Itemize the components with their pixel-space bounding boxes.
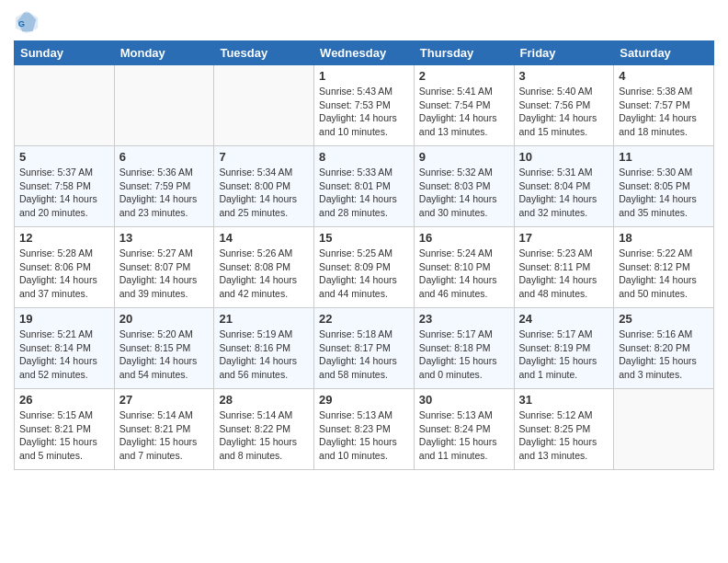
weekday-header-monday: Monday (114, 41, 214, 65)
day-info: Sunrise: 5:13 AM Sunset: 8:23 PM Dayligh… (319, 408, 409, 463)
day-info: Sunrise: 5:17 AM Sunset: 8:19 PM Dayligh… (519, 327, 609, 382)
day-number: 19 (19, 312, 109, 326)
day-number: 21 (219, 312, 309, 326)
calendar-cell: 22Sunrise: 5:18 AM Sunset: 8:17 PM Dayli… (314, 308, 415, 389)
weekday-header-saturday: Saturday (614, 41, 714, 65)
calendar-cell (614, 389, 714, 470)
day-info: Sunrise: 5:22 AM Sunset: 8:12 PM Dayligh… (619, 247, 709, 301)
day-info: Sunrise: 5:14 AM Sunset: 8:21 PM Dayligh… (119, 408, 210, 463)
day-number: 16 (419, 231, 509, 245)
calendar-week-row: 19Sunrise: 5:21 AM Sunset: 8:14 PM Dayli… (15, 308, 714, 389)
day-number: 22 (319, 312, 409, 326)
calendar-cell: 19Sunrise: 5:21 AM Sunset: 8:14 PM Dayli… (15, 308, 115, 389)
calendar-cell: 21Sunrise: 5:19 AM Sunset: 8:16 PM Dayli… (214, 308, 314, 389)
day-info: Sunrise: 5:26 AM Sunset: 8:08 PM Dayligh… (219, 247, 309, 301)
calendar-cell: 17Sunrise: 5:23 AM Sunset: 8:11 PM Dayli… (514, 227, 614, 308)
calendar-cell: 10Sunrise: 5:31 AM Sunset: 8:04 PM Dayli… (514, 146, 614, 227)
calendar-cell: 6Sunrise: 5:36 AM Sunset: 7:59 PM Daylig… (114, 146, 214, 227)
calendar-cell: 31Sunrise: 5:12 AM Sunset: 8:25 PM Dayli… (514, 389, 614, 470)
day-number: 29 (319, 393, 409, 407)
calendar-cell: 11Sunrise: 5:30 AM Sunset: 8:05 PM Dayli… (614, 146, 714, 227)
day-number: 25 (619, 312, 709, 326)
calendar-cell: 15Sunrise: 5:25 AM Sunset: 8:09 PM Dayli… (314, 227, 415, 308)
calendar-cell: 13Sunrise: 5:27 AM Sunset: 8:07 PM Dayli… (114, 227, 214, 308)
day-info: Sunrise: 5:32 AM Sunset: 8:03 PM Dayligh… (419, 166, 509, 220)
calendar-week-row: 26Sunrise: 5:15 AM Sunset: 8:21 PM Dayli… (15, 389, 714, 470)
day-info: Sunrise: 5:43 AM Sunset: 7:53 PM Dayligh… (319, 85, 409, 139)
day-info: Sunrise: 5:36 AM Sunset: 7:59 PM Dayligh… (119, 166, 210, 220)
calendar-cell: 14Sunrise: 5:26 AM Sunset: 8:08 PM Dayli… (214, 227, 314, 308)
day-info: Sunrise: 5:13 AM Sunset: 8:24 PM Dayligh… (419, 408, 509, 463)
calendar-cell: 3Sunrise: 5:40 AM Sunset: 7:56 PM Daylig… (514, 65, 614, 146)
day-info: Sunrise: 5:24 AM Sunset: 8:10 PM Dayligh… (419, 247, 509, 301)
day-info: Sunrise: 5:15 AM Sunset: 8:21 PM Dayligh… (19, 408, 109, 463)
day-info: Sunrise: 5:20 AM Sunset: 8:15 PM Dayligh… (119, 327, 210, 382)
calendar-cell: 20Sunrise: 5:20 AM Sunset: 8:15 PM Dayli… (114, 308, 214, 389)
day-number: 17 (519, 231, 609, 245)
day-number: 6 (119, 150, 210, 164)
day-info: Sunrise: 5:18 AM Sunset: 8:17 PM Dayligh… (319, 327, 409, 382)
calendar-cell: 2Sunrise: 5:41 AM Sunset: 7:54 PM Daylig… (414, 65, 514, 146)
day-number: 9 (419, 150, 509, 164)
day-number: 3 (519, 69, 609, 83)
day-number: 23 (419, 312, 509, 326)
calendar-cell (114, 65, 214, 146)
day-number: 2 (419, 69, 509, 83)
calendar-cell: 25Sunrise: 5:16 AM Sunset: 8:20 PM Dayli… (614, 308, 714, 389)
calendar-cell: 28Sunrise: 5:14 AM Sunset: 8:22 PM Dayli… (214, 389, 314, 470)
day-number: 31 (519, 393, 609, 407)
calendar-table: SundayMondayTuesdayWednesdayThursdayFrid… (14, 40, 714, 470)
day-number: 15 (319, 231, 409, 245)
logo: G (14, 9, 43, 35)
day-info: Sunrise: 5:17 AM Sunset: 8:18 PM Dayligh… (419, 327, 509, 382)
day-info: Sunrise: 5:41 AM Sunset: 7:54 PM Dayligh… (419, 85, 509, 139)
day-number: 10 (519, 150, 609, 164)
svg-text:G: G (18, 19, 25, 29)
day-info: Sunrise: 5:27 AM Sunset: 8:07 PM Dayligh… (119, 247, 210, 301)
day-number: 20 (119, 312, 210, 326)
day-info: Sunrise: 5:23 AM Sunset: 8:11 PM Dayligh… (519, 247, 609, 301)
weekday-header-sunday: Sunday (15, 41, 115, 65)
calendar-cell: 8Sunrise: 5:33 AM Sunset: 8:01 PM Daylig… (314, 146, 415, 227)
logo-icon: G (14, 9, 40, 35)
day-info: Sunrise: 5:14 AM Sunset: 8:22 PM Dayligh… (219, 408, 309, 463)
calendar-cell: 24Sunrise: 5:17 AM Sunset: 8:19 PM Dayli… (514, 308, 614, 389)
calendar-cell: 30Sunrise: 5:13 AM Sunset: 8:24 PM Dayli… (414, 389, 514, 470)
weekday-header-row: SundayMondayTuesdayWednesdayThursdayFrid… (15, 41, 714, 65)
day-info: Sunrise: 5:30 AM Sunset: 8:05 PM Dayligh… (619, 166, 709, 220)
day-number: 11 (619, 150, 709, 164)
calendar-cell: 12Sunrise: 5:28 AM Sunset: 8:06 PM Dayli… (15, 227, 115, 308)
calendar-cell: 7Sunrise: 5:34 AM Sunset: 8:00 PM Daylig… (214, 146, 314, 227)
calendar-cell: 26Sunrise: 5:15 AM Sunset: 8:21 PM Dayli… (15, 389, 115, 470)
day-number: 28 (219, 393, 309, 407)
calendar-cell: 9Sunrise: 5:32 AM Sunset: 8:03 PM Daylig… (414, 146, 514, 227)
calendar-cell: 27Sunrise: 5:14 AM Sunset: 8:21 PM Dayli… (114, 389, 214, 470)
day-info: Sunrise: 5:31 AM Sunset: 8:04 PM Dayligh… (519, 166, 609, 220)
day-info: Sunrise: 5:21 AM Sunset: 8:14 PM Dayligh… (19, 327, 109, 382)
day-info: Sunrise: 5:28 AM Sunset: 8:06 PM Dayligh… (19, 247, 109, 301)
day-number: 8 (319, 150, 409, 164)
weekday-header-wednesday: Wednesday (314, 41, 415, 65)
day-number: 27 (119, 393, 210, 407)
day-info: Sunrise: 5:40 AM Sunset: 7:56 PM Dayligh… (519, 85, 609, 139)
calendar-week-row: 12Sunrise: 5:28 AM Sunset: 8:06 PM Dayli… (15, 227, 714, 308)
day-info: Sunrise: 5:25 AM Sunset: 8:09 PM Dayligh… (319, 247, 409, 301)
calendar-cell: 23Sunrise: 5:17 AM Sunset: 8:18 PM Dayli… (414, 308, 514, 389)
calendar-cell (214, 65, 314, 146)
calendar-cell: 29Sunrise: 5:13 AM Sunset: 8:23 PM Dayli… (314, 389, 415, 470)
day-number: 18 (619, 231, 709, 245)
calendar-cell: 1Sunrise: 5:43 AM Sunset: 7:53 PM Daylig… (314, 65, 415, 146)
day-info: Sunrise: 5:38 AM Sunset: 7:57 PM Dayligh… (619, 85, 709, 139)
day-info: Sunrise: 5:37 AM Sunset: 7:58 PM Dayligh… (19, 166, 109, 220)
calendar-cell: 4Sunrise: 5:38 AM Sunset: 7:57 PM Daylig… (614, 65, 714, 146)
day-number: 26 (19, 393, 109, 407)
weekday-header-friday: Friday (514, 41, 614, 65)
day-info: Sunrise: 5:19 AM Sunset: 8:16 PM Dayligh… (219, 327, 309, 382)
day-number: 1 (319, 69, 409, 83)
calendar-week-row: 1Sunrise: 5:43 AM Sunset: 7:53 PM Daylig… (15, 65, 714, 146)
calendar-cell: 16Sunrise: 5:24 AM Sunset: 8:10 PM Dayli… (414, 227, 514, 308)
day-number: 14 (219, 231, 309, 245)
day-number: 30 (419, 393, 509, 407)
calendar-cell (15, 65, 115, 146)
calendar-cell: 5Sunrise: 5:37 AM Sunset: 7:58 PM Daylig… (15, 146, 115, 227)
